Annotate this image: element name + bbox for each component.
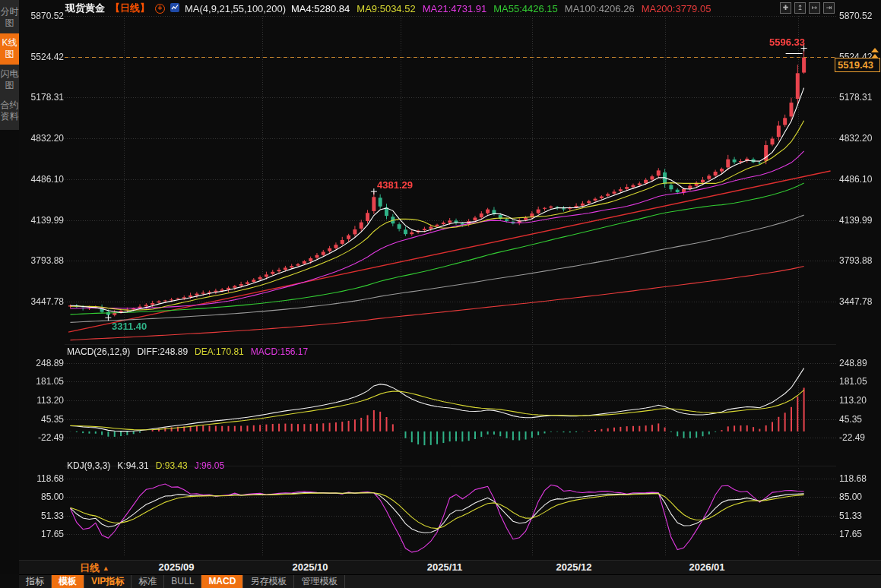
sidebar-item-contract-info[interactable]: 合约资料 [0,96,19,127]
trading-app: 分时图K线图闪电图合约资料 现货黄金 【日线】 + MA(4,9,21,55,1… [0,0,881,588]
macd-axis-label: 45.35 [20,414,64,425]
ma-value-label: MA21:4731.91 [423,3,487,14]
macd-axis-label: 181.05 [20,376,64,387]
local-high-annotation: 4381.29 [377,179,413,191]
macd-axis-label: -22.49 [20,432,64,443]
y-axis-scale-icon[interactable]: ↥ [794,2,806,14]
kdj-d-value: D:93.43 [156,460,188,471]
price-axis-label: 3447.78 [20,296,64,307]
kdj-axis-label: 51.33 [839,511,880,521]
price-axis-label: 3447.78 [839,296,880,307]
price-axis-label: 4486.10 [20,174,64,185]
time-axis-strip: 日线 ▲ 2025/092025/102025/112025/122026/01 [19,560,881,574]
tab-manage-template[interactable]: 管理模板 [294,575,345,588]
macd-axis-label: 113.20 [20,395,64,406]
swing-low-annotation: 3311.40 [112,321,147,332]
sidebar-item-kline[interactable]: K线图 [0,33,19,65]
time-axis-label: 2025/09 [150,561,203,573]
kdj-axis-label: 118.68 [20,473,64,484]
time-axis-label: 2025/12 [547,561,601,573]
price-axis-label: 4139.99 [20,215,64,226]
crosshair-icon[interactable]: ✚ [780,2,791,14]
sidebar-item-intraday[interactable]: 分时图 [0,2,19,33]
kdj-title: KDJ(9,3,3) [67,460,110,471]
price-axis-label: 5870.52 [839,11,880,21]
price-axis-label: 5178.31 [839,92,880,103]
macd-macd-value: MACD:156.17 [251,346,308,357]
ma-values: MA4:5280.84MA9:5034.52MA21:4731.91MA55:4… [291,3,711,14]
kdj-axis-label: 51.33 [20,511,64,521]
tab-templates[interactable]: 模板 [52,575,84,588]
period-tag[interactable]: 【日线】 [110,2,150,15]
price-axis-label: 5178.31 [20,92,64,103]
time-axis-label: 2025/11 [418,561,471,573]
ma-group-label: MA(4,9,21,55,100,200) [185,3,286,14]
period-selector-label: 日线 [80,562,100,574]
macd-pane-header: MACD(26,12,9) DIFF:248.89 DEA:170.81 MAC… [67,346,308,357]
ma-value-label: MA4:5280.84 [291,3,350,14]
tab-vip-indicators[interactable]: VIP指标 [84,575,132,588]
price-axis-label: 4139.99 [839,215,880,226]
ma-value-label: MA9:5034.52 [357,3,415,14]
kdj-axis-label: 85.00 [20,492,64,502]
price-axis-label: 5870.52 [20,11,64,21]
kdj-j-value: J:96.05 [195,460,224,471]
collapse-panel-icon[interactable]: ⇥ [823,2,835,14]
tab-indicators[interactable]: 指标 [19,575,52,588]
chevron-up-icon: ▲ [103,564,109,572]
sidebar-item-lightning[interactable]: 闪电图 [0,65,19,96]
price-axis-label: 3793.88 [839,255,880,266]
price-axis-label: 3793.88 [20,255,64,266]
kdj-axis-label: 17.65 [20,529,64,539]
ma-value-label: MA55:4426.15 [493,3,558,14]
kdj-axis-label: 17.65 [839,529,880,539]
price-axis-label: 4832.20 [20,133,64,144]
macd-title: MACD(26,12,9) [67,346,130,357]
chart-canvas[interactable] [0,0,881,588]
macd-axis-label: 45.35 [839,414,880,425]
sidebar-items: 分时图K线图闪电图合约资料 [0,0,19,130]
tab-standard[interactable]: 标准 [132,575,164,588]
tab-save-template[interactable]: 另存模板 [243,575,294,588]
period-selector[interactable]: 日线 ▲ [80,561,109,575]
scroll-up-arrows-icon[interactable] [871,47,879,59]
x-axis-scale-icon[interactable]: ↦ [809,2,820,14]
macd-diff-value: DIFF:248.89 [137,346,188,357]
time-axis-label: 2026/01 [680,561,734,573]
last-price-tag: 5519.43 [835,58,880,72]
swing-high-annotation: 5596.33 [769,36,805,48]
macd-axis-label: -22.49 [839,432,880,443]
kdj-pane-header: KDJ(9,3,3) K:94.31 D:93.43 J:96.05 [67,460,224,471]
macd-axis-label: 248.89 [839,358,880,368]
add-compare-icon[interactable]: + [155,4,165,14]
price-axis-label: 4486.10 [839,174,880,185]
bottom-tab-bar: 指标模板VIP指标标准BULLMACD另存模板管理模板 [19,574,881,588]
macd-dea-value: DEA:170.81 [195,346,244,357]
price-axis-label: 4832.20 [839,133,880,144]
chart-header: 现货黄金 【日线】 + MA(4,9,21,55,100,200) MA4:52… [65,2,711,15]
kline-mini-icon [170,3,179,14]
ma-value-label: MA200:3779.05 [642,3,711,14]
price-axis-label: 5524.42 [20,52,64,62]
chart-toolbar: ✚↥↦⇥ [780,2,835,14]
kdj-axis-label: 85.00 [839,492,880,502]
chart-type-sidebar: 分时图K线图闪电图合约资料 [0,0,19,574]
tab-macd[interactable]: MACD [201,575,243,588]
kdj-axis-label: 118.68 [839,473,880,484]
macd-axis-label: 181.05 [839,376,880,387]
ma-value-label: MA100:4206.26 [565,3,635,14]
kdj-k-value: K:94.31 [117,460,148,471]
tab-bull[interactable]: BULL [164,575,201,588]
symbol-title: 现货黄金 [65,2,105,15]
macd-axis-label: 248.89 [20,358,64,368]
macd-axis-label: 113.20 [839,395,880,406]
time-axis-label: 2025/10 [284,561,337,573]
